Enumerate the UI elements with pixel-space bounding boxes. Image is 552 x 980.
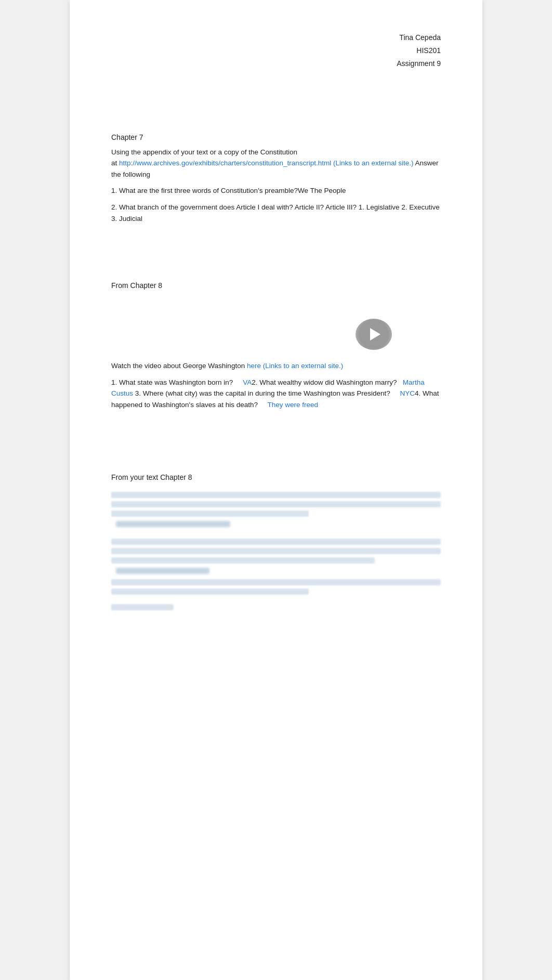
- video-link[interactable]: here (Links to an external site.): [247, 362, 343, 370]
- blurred-line: [111, 589, 309, 595]
- play-icon: [370, 328, 380, 341]
- chapter8-questions: 1. What state was Washington born in? VA…: [111, 377, 441, 411]
- chapter7-heading: Chapter 7: [111, 133, 441, 141]
- chapter7-q1-text: 1. What are the first three words of Con…: [111, 187, 298, 194]
- chapter7-intro-block: Using the appendix of your text or a cop…: [111, 147, 441, 180]
- chapter7-q1: 1. What are the first three words of Con…: [111, 185, 441, 197]
- external-link-label: (Links to an external site.): [331, 159, 413, 167]
- q3-answer: NYC: [400, 389, 415, 397]
- q2-label: 2. What wealthy widow did Washington mar…: [252, 378, 397, 386]
- watch-video-text: Watch the video about George Washington …: [111, 360, 441, 372]
- course-name: HIS201: [111, 44, 441, 57]
- blurred-content-1: [111, 492, 441, 610]
- blurred-line: [111, 539, 441, 545]
- blurred-answer: [116, 521, 230, 527]
- chapter7-prefix: at: [111, 159, 119, 167]
- author-name: Tina Cepeda: [111, 31, 441, 44]
- blurred-line: [111, 548, 441, 554]
- q1-answer: VA: [243, 378, 252, 386]
- q4-answer: They were freed: [268, 401, 319, 409]
- assignment-label: Assignment 9: [111, 57, 441, 70]
- blurred-line: [111, 604, 174, 610]
- blurred-line: [111, 501, 441, 507]
- from-text-chapter8-heading: From your text Chapter 8: [111, 473, 441, 481]
- q1-label: 1. What state was Washington born in?: [111, 378, 233, 386]
- chapter7-q2: 2. What branch of the government does Ar…: [111, 202, 441, 224]
- chapter7-intro-text: Using the appendix of your text or a cop…: [111, 148, 297, 156]
- blurred-line: [111, 511, 309, 517]
- document-page: Tina Cepeda HIS201 Assignment 9 Chapter …: [70, 0, 482, 980]
- chapter7-q1-answer: We The People: [298, 187, 346, 194]
- constitution-link[interactable]: http://www.archives.gov/exhibits/charter…: [119, 159, 331, 167]
- blurred-answer: [116, 568, 209, 574]
- blurred-line: [111, 492, 441, 498]
- blurred-line: [111, 557, 375, 564]
- watch-prefix: Watch the video about George Washington: [111, 362, 247, 370]
- from-chapter8-heading: From Chapter 8: [111, 281, 441, 290]
- document-header: Tina Cepeda HIS201 Assignment 9: [111, 31, 441, 71]
- video-thumbnail[interactable]: [356, 319, 392, 350]
- q3-label: 3. Where (what city) was the capital in …: [135, 389, 390, 397]
- blurred-line: [111, 579, 441, 585]
